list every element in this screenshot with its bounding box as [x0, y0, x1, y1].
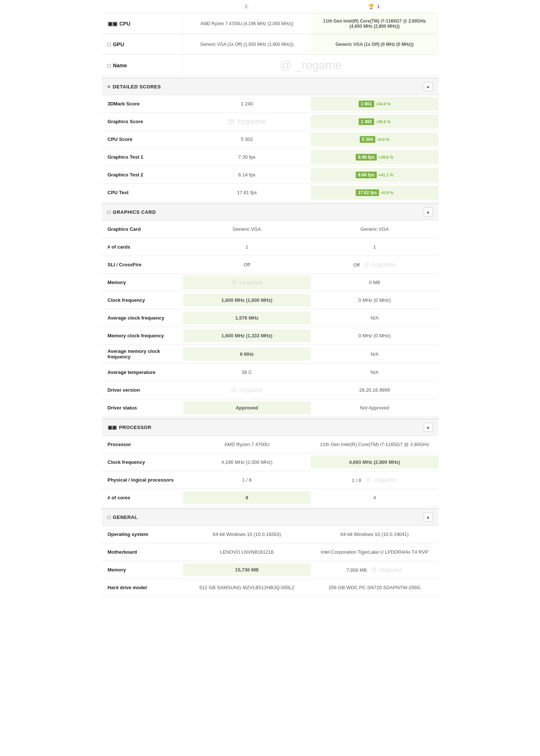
- row-label: Graphics Test 2: [102, 168, 183, 181]
- row-label: # of cores: [102, 491, 183, 504]
- table-row: Physical / logical processors1 / 81 / 8 …: [102, 471, 439, 489]
- row-label: Processor: [102, 438, 183, 451]
- row-col2: Intel Corporation TigerLake U LPDDR4/4x …: [311, 546, 439, 558]
- graphics-card-rows: Graphics CardGeneric VGAGeneric VGA# of …: [102, 220, 439, 417]
- row-col1: 64-bit Windows 10 (10.0.18363): [183, 528, 311, 541]
- row-label: Memory clock frequency: [102, 329, 183, 342]
- detailed-scores-title-text: DETAILED SCORES: [113, 84, 161, 90]
- row-col1: 512 GB SAMSUNG MZVLB512HBJQ-000L2: [183, 581, 311, 594]
- table-row: Graphics Test 26.14 fps8.66 fps +41.1 %: [102, 166, 439, 184]
- row-label: Average temperature: [102, 366, 183, 379]
- row-col1: @ rogame: [183, 276, 311, 290]
- row-col2: 28.20.16.9999: [311, 384, 439, 396]
- table-row: Memory clock frequency1,600 MHz (1,333 M…: [102, 327, 439, 345]
- row-col1: 56 C: [183, 366, 311, 379]
- row-col1: 5 302: [183, 133, 311, 146]
- row-col1: @ rogame: [183, 383, 311, 397]
- cpu-col1-value: AMD Ryzen 7 4700U (4,196 MHz (2,000 MHz)…: [200, 21, 293, 26]
- general-icon: □: [108, 514, 111, 520]
- cpu-label-text: CPU: [120, 21, 131, 27]
- row-col1: 6 MHz: [183, 348, 311, 361]
- gpu-col2: Generic VGA (1x Off) (0 MHz (0 MHz)): [311, 34, 439, 54]
- detailed-scores-title: ≡ DETAILED SCORES: [108, 84, 161, 90]
- row-col1: 1 / 8: [183, 473, 311, 486]
- row-col1: 1: [183, 240, 311, 253]
- row-label: Graphics Card: [102, 223, 183, 236]
- detailed-scores-header: ≡ DETAILED SCORES ▲: [102, 78, 439, 95]
- row-col2: 256 GB WDC PC SN720 SDAPNTW-256G: [311, 581, 439, 594]
- name-watermark: @ _rogame: [280, 58, 342, 72]
- row-col2: 1 482 +35.6 %: [311, 115, 439, 129]
- table-row: ProcessorAMD Ryzen 7 4700U11th Gen Intel…: [102, 436, 439, 453]
- row-col1: 1 240: [183, 97, 311, 110]
- row-col1: 6.14 fps: [183, 168, 311, 181]
- table-row: # of cards11: [102, 238, 439, 256]
- row-col2: N/A: [311, 348, 439, 361]
- table-row: Graphics Score@ rogame1 482 +35.6 %: [102, 113, 439, 131]
- table-row: Average clock frequency1,576 MHzN/A: [102, 309, 439, 327]
- row-col2: N/A: [311, 366, 439, 379]
- rank-header: 2. 🏆 1.: [102, 0, 439, 13]
- cpu-col1: AMD Ryzen 7 4700U (4,196 MHz (2,000 MHz)…: [183, 13, 311, 34]
- graphics-card-title-text: GRAPHICS CARD: [113, 209, 156, 215]
- name-label: □ Name: [102, 55, 183, 76]
- row-col2: 1 / 8 @ rogame: [311, 473, 439, 487]
- table-row: CPU Score5 3025 304 +0.0 %: [102, 131, 439, 148]
- table-row: Memory@ rogame0 MB: [102, 274, 439, 291]
- row-label: Hard drive model: [102, 581, 183, 594]
- general-collapse[interactable]: ▲: [424, 513, 433, 522]
- detailed-scores-icon: ≡: [108, 84, 111, 90]
- row-col2: 0 MB: [311, 276, 439, 289]
- row-label: Driver status: [102, 401, 183, 414]
- row-label: Operating system: [102, 528, 183, 541]
- row-col2: 0 MHz (0 MHz): [311, 294, 439, 307]
- row-col2: 4: [311, 491, 439, 504]
- row-label: CPU Test: [102, 186, 183, 199]
- row-label: Clock frequency: [102, 294, 183, 307]
- table-row: 3DMark Score1 2401 661 +34.0 %: [102, 95, 439, 113]
- table-row: Memory15,736 MB7,956 MB @ rogame: [102, 561, 439, 579]
- processor-icon: ▣▣: [108, 425, 117, 430]
- gpu-col1: Generic VGA (1x Off) (1,600 MHz (1,600 M…: [183, 34, 311, 54]
- row-col1: Approved: [183, 401, 311, 414]
- row-col2: 1: [311, 240, 439, 253]
- detailed-scores-collapse[interactable]: ▲: [424, 82, 433, 91]
- graphics-card-collapse[interactable]: ▲: [424, 207, 433, 216]
- row-col2: 64-bit Windows 10 (10.0.19041): [311, 528, 439, 541]
- detailed-scores-rows: 3DMark Score1 2401 661 +34.0 %Graphics S…: [102, 95, 439, 202]
- cpu-label: ▣▣ CPU: [102, 13, 183, 34]
- row-label: Average memory clock frequency: [102, 345, 183, 363]
- table-row: Average memory clock frequency6 MHzN/A: [102, 345, 439, 364]
- gpu-col2-value: Generic VGA (1x Off) (0 MHz (0 MHz)): [336, 42, 414, 47]
- processor-title-text: PROCESSOR: [119, 425, 152, 430]
- row-col2: 4,693 MHz (2,800 MHz): [311, 456, 439, 469]
- table-row: SLI / CrossFireOffOff @ rogame: [102, 256, 439, 274]
- row-label: SLI / CrossFire: [102, 258, 183, 271]
- table-row: Driver statusApprovedNot Approved: [102, 399, 439, 417]
- row-col2: Off @ rogame: [311, 258, 439, 272]
- general-rows: Operating system64-bit Windows 10 (10.0.…: [102, 526, 439, 597]
- processor-collapse[interactable]: ▲: [424, 423, 433, 432]
- row-label: 3DMark Score: [102, 97, 183, 110]
- graphics-card-icon: □: [108, 209, 111, 215]
- row-col1: 15,736 MB: [183, 563, 311, 576]
- name-row: □ Name @ _rogame: [102, 55, 439, 76]
- table-row: Average temperature56 CN/A: [102, 364, 439, 381]
- name-label-text: Name: [113, 63, 127, 68]
- row-col2: Generic VGA: [311, 223, 439, 236]
- cpu-col2-value: 11th Gen Intel(R) Core(TM) i7-1165G7 @ 2…: [317, 18, 433, 29]
- general-title-text: GENERAL: [113, 514, 138, 520]
- row-col2: 1 661 +34.0 %: [311, 97, 439, 111]
- rank-label-empty: [102, 0, 183, 13]
- processor-rows: ProcessorAMD Ryzen 7 4700U11th Gen Intel…: [102, 436, 439, 507]
- row-label: Graphics Test 1: [102, 151, 183, 163]
- gpu-icon: □: [108, 41, 111, 47]
- rank-col1: 2.: [183, 0, 311, 13]
- table-row: # of cores84: [102, 489, 439, 507]
- row-label: Memory: [102, 276, 183, 289]
- row-col1: Off: [183, 258, 311, 271]
- processor-header: ▣▣ PROCESSOR ▲: [102, 418, 439, 436]
- row-col1: 1,600 MHz (1,600 MHz): [183, 294, 311, 307]
- processor-title: ▣▣ PROCESSOR: [108, 425, 152, 430]
- row-col2: 8.66 fps +41.1 %: [311, 168, 439, 182]
